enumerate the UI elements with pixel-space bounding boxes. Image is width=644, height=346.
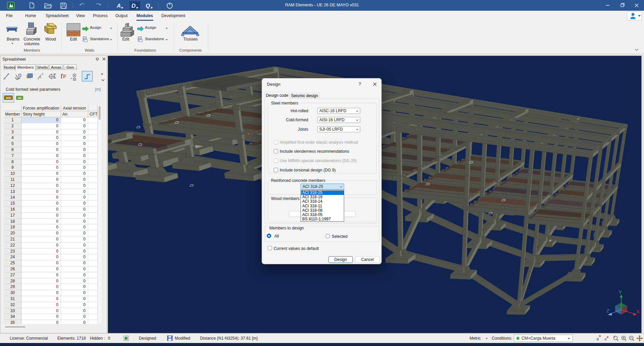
svg-text:1: 1	[38, 77, 39, 80]
svg-text:X: X	[636, 308, 640, 314]
svg-text:Y: Y	[619, 289, 622, 295]
svg-text:a: a	[604, 337, 606, 341]
svg-text:a: a	[596, 336, 599, 341]
svg-text:»: »	[101, 72, 103, 76]
svg-text:Z: Z	[606, 308, 609, 314]
svg-text:2: 2	[42, 73, 43, 75]
